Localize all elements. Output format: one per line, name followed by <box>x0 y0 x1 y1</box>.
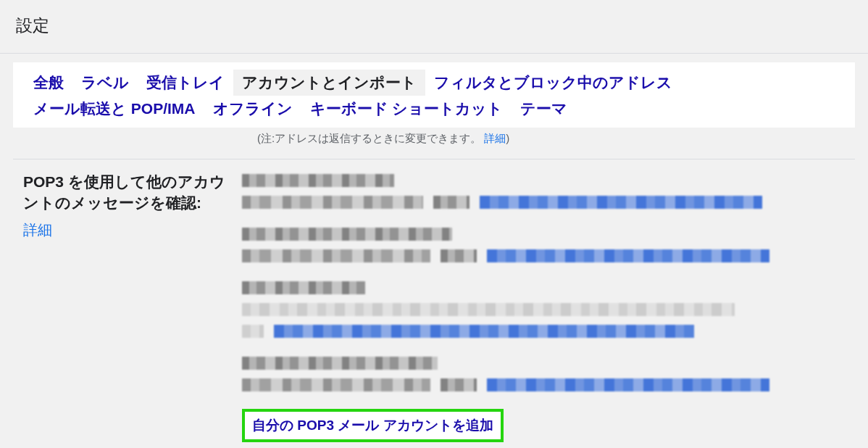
note-detail-link[interactable]: 詳細 <box>484 132 506 146</box>
pop3-detail-link[interactable]: 詳細 <box>23 220 228 240</box>
redacted-text <box>242 281 365 294</box>
tab-accounts-and-import[interactable]: アカウントとインポート <box>233 70 425 96</box>
redacted-text <box>242 325 264 338</box>
pop3-account-row <box>242 355 855 393</box>
redacted-text <box>242 228 452 241</box>
tab-general[interactable]: 全般 <box>25 70 72 96</box>
add-pop3-account-button[interactable]: 自分の POP3 メール アカウントを追加 <box>242 409 504 442</box>
pop3-account-row <box>242 173 855 210</box>
redacted-text <box>242 196 423 209</box>
header-divider <box>0 53 868 54</box>
note-prefix: 注: <box>261 132 275 146</box>
note-text: アドレスは返信するときに変更できます。 <box>275 132 481 146</box>
page-title: 設定 <box>16 14 852 37</box>
redacted-text <box>242 174 394 187</box>
redacted-link[interactable] <box>487 378 769 391</box>
tab-themes[interactable]: テーマ <box>512 96 576 122</box>
pop3-account-row <box>242 226 855 264</box>
pop3-section: POP3 を使用して他のアカウントのメッセージを確認: 詳細 <box>13 159 855 442</box>
redacted-link[interactable] <box>480 196 762 209</box>
tab-filters-and-blocked[interactable]: フィルタとブロック中のアドレス <box>425 70 681 96</box>
redacted-text <box>441 378 477 391</box>
tab-keyboard-shortcuts[interactable]: キーボード ショートカット <box>301 96 512 122</box>
redacted-text <box>441 249 477 262</box>
pop3-account-row <box>242 280 855 339</box>
note-row: ( 注: アドレスは返信するときに変更できます。 詳細 ) <box>0 128 868 159</box>
tab-forwarding-pop-imap[interactable]: メール転送と POP/IMA <box>25 96 204 122</box>
settings-tabs: 全般 ラベル 受信トレイ アカウントとインポート フィルタとブロック中のアドレス… <box>13 62 855 128</box>
redacted-link[interactable] <box>274 325 694 338</box>
redacted-text <box>242 303 735 316</box>
note-close-paren: ) <box>506 132 509 146</box>
tab-offline[interactable]: オフライン <box>204 96 301 122</box>
redacted-text <box>242 357 438 370</box>
redacted-link[interactable] <box>487 249 769 262</box>
pop3-section-label: POP3 を使用して他のアカウントのメッセージを確認: <box>23 173 225 211</box>
redacted-text <box>433 196 470 209</box>
pop3-section-content: 自分の POP3 メール アカウントを追加 <box>242 171 855 442</box>
redacted-text <box>242 378 430 391</box>
redacted-text <box>242 249 430 262</box>
tab-labels[interactable]: ラベル <box>72 70 138 96</box>
tab-inbox[interactable]: 受信トレイ <box>138 70 233 96</box>
